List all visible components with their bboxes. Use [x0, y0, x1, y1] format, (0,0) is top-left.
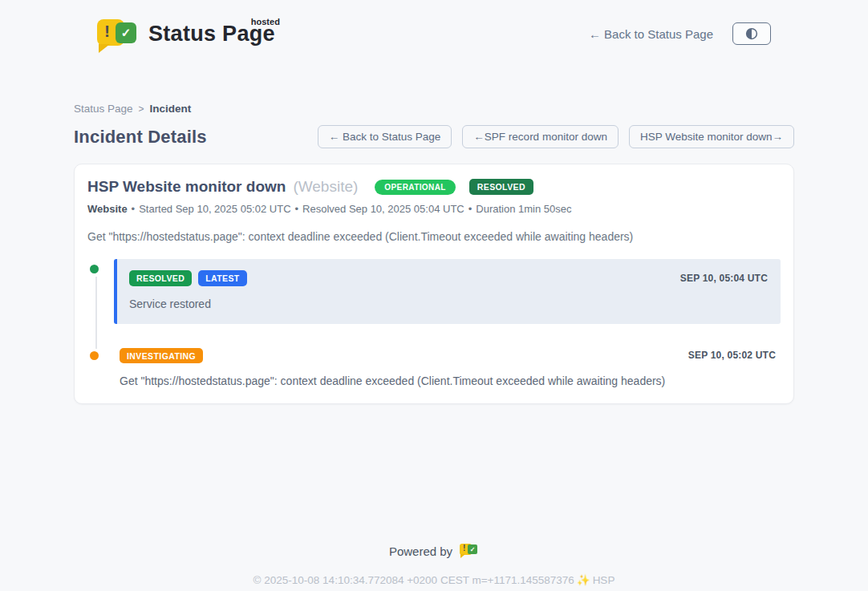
timeline-entry: RESOLVED LATEST SEP 10, 05:04 UTC Servic…	[87, 259, 781, 324]
powered-by-label: Powered by	[389, 544, 452, 558]
breadcrumb: Status Page>Incident	[74, 103, 794, 115]
prev-incident-button[interactable]: ←SPF record monitor down	[462, 125, 619, 148]
timeline-timestamp: SEP 10, 05:04 UTC	[680, 273, 768, 284]
incident-scope: (Website)	[293, 178, 358, 196]
footer: Powered by ! ✓ © 2025-10-08 14:10:34.772…	[74, 542, 794, 586]
sparkle-icon: ✨	[577, 574, 590, 586]
breadcrumb-status-page[interactable]: Status Page	[74, 103, 133, 115]
latest-badge: LATEST	[198, 270, 246, 286]
status-page-logo-icon: ! ✓	[97, 15, 139, 52]
theme-toggle-button[interactable]	[732, 22, 771, 45]
copyright-line: © 2025-10-08 14:10:34.772084 +0200 CEST …	[74, 573, 794, 586]
incident-title: HSP Website monitor down	[87, 178, 286, 196]
timeline-dot-investigating	[88, 350, 100, 362]
page-title: Incident Details	[74, 127, 207, 148]
timeline-timestamp: SEP 10, 05:02 UTC	[688, 350, 776, 361]
main-content: Status Page>Incident Incident Details ← …	[74, 103, 794, 586]
incident-card: HSP Website monitor down (Website) OPERA…	[74, 164, 794, 404]
resolved-badge: RESOLVED	[469, 179, 533, 195]
header: ! ✓ Status Page hosted ← Back to Status …	[0, 0, 868, 63]
timeline-message: Service restored	[129, 298, 768, 310]
next-incident-button[interactable]: HSP Website monitor down→	[629, 125, 794, 148]
investigating-status-badge: INVESTIGATING	[120, 348, 203, 364]
timeline-dot-resolved	[88, 263, 100, 275]
timeline-connector	[95, 277, 97, 349]
operational-badge: OPERATIONAL	[375, 180, 455, 195]
breadcrumb-separator: >	[139, 103, 144, 115]
back-to-status-page-button[interactable]: ← Back to Status Page	[318, 125, 452, 148]
timeline-entry: INVESTIGATING SEP 10, 05:02 UTC Get "htt…	[87, 346, 781, 388]
incident-description: Get "https://hostedstatus.page": context…	[87, 230, 781, 243]
incident-meta: Website•Started Sep 10, 2025 05:02 UTC•R…	[87, 203, 781, 215]
timeline-message: Get "https://hostedstatus.page": context…	[120, 374, 776, 387]
incident-timeline: RESOLVED LATEST SEP 10, 05:04 UTC Servic…	[87, 259, 781, 387]
header-back-link[interactable]: ← Back to Status Page	[589, 27, 713, 41]
half-moon-contrast-icon	[744, 26, 759, 41]
brand-logo[interactable]: ! ✓ Status Page hosted	[97, 15, 278, 52]
resolved-at: Resolved Sep 10, 2025 05:04 UTC	[302, 203, 464, 215]
brand-hosted-label: hosted	[251, 17, 280, 26]
breadcrumb-incident: Incident	[150, 103, 192, 115]
component-name: Website	[87, 203, 128, 215]
check-icon: ✓	[116, 22, 136, 43]
started-at: Started Sep 10, 2025 05:02 UTC	[139, 203, 290, 215]
status-page-mini-logo-icon: ! ✓	[460, 542, 479, 560]
duration: Duration 1min 50sec	[476, 203, 571, 215]
resolved-status-badge: RESOLVED	[129, 270, 192, 286]
powered-by-link[interactable]: Powered by ! ✓	[74, 542, 794, 560]
